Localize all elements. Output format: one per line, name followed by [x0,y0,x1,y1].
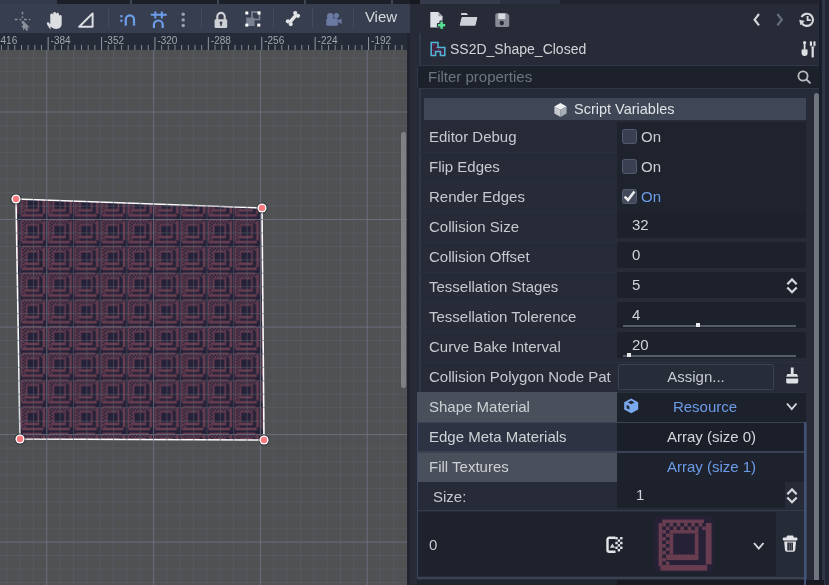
svg-text:-288: -288 [211,35,231,46]
svg-text:-192: -192 [371,35,391,46]
svg-text:-416: -416 [0,35,18,46]
svg-text:-384: -384 [51,35,71,46]
svg-text:-320: -320 [157,35,177,46]
svg-text:-352: -352 [104,35,124,46]
svg-text:-256: -256 [264,35,284,46]
svg-text:-224: -224 [318,35,338,46]
